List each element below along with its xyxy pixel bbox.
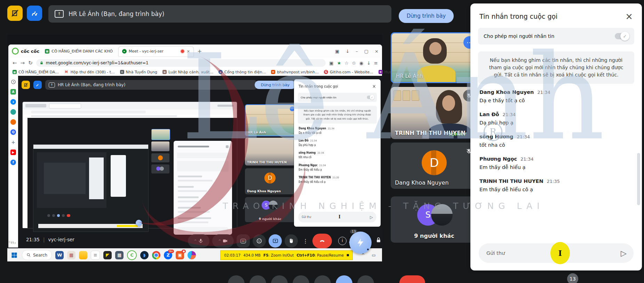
downloads-icon: ↓ — [367, 60, 371, 66]
inner-tile-trinh: TRINH THI THU HUYEN — [245, 138, 295, 165]
screenshot-icon: ▣ — [335, 49, 339, 54]
coccoc-logo-icon — [12, 48, 19, 55]
present-icon: ↑ — [55, 10, 64, 18]
q-app-icon: Q — [10, 129, 16, 135]
presenting-chip: ↑ HR Lê Ánh (Bạn, đang trình bày) — [48, 5, 391, 23]
chat-message: Lan Đỗ21:34Dạ phù hợp ạ — [479, 112, 633, 126]
coccoc-brand: cốc cốc — [12, 48, 39, 55]
ai-icon: A — [10, 89, 16, 95]
deep-fab-icon — [136, 220, 142, 226]
allow-messages-label: Cho phép mọi người nhắn tin — [484, 33, 554, 39]
history-icon — [11, 79, 16, 84]
inner-hangup-button — [312, 234, 332, 248]
bookmark-star-icon: ★ — [337, 60, 341, 66]
stop-presenting-button[interactable]: Dừng trình bày — [399, 9, 454, 23]
notepad-icon: ≡ — [91, 251, 100, 260]
shopping-icon — [10, 119, 16, 125]
toggle-check-icon: ✓ — [620, 32, 629, 41]
recorder-badge: 02:03:17 434.0 MB F5: Zoom In/Out Ctrl+F… — [220, 250, 353, 260]
tile-name: 9 người khác — [391, 233, 478, 239]
browser2-icon: ◗ — [140, 251, 149, 259]
avatar-d: D — [422, 150, 447, 175]
tile-9-others[interactable]: S 9 người khác — [391, 196, 478, 243]
facebook-icon: f — [10, 160, 16, 165]
inner-stop-presenting-button: Dừng trình bày — [255, 81, 296, 89]
download-icon: ↓ — [345, 49, 349, 54]
address-bar-icons: ▣ ★ ☆ ✩ ◉ ↓ ≡ — [329, 60, 378, 66]
reload-icon: ↻ — [28, 60, 33, 66]
tile-name: TRINH THI THU HUYEN — [395, 130, 466, 136]
capture-fab — [349, 232, 372, 254]
inner-presenting-chip: ↑ HR Lê Ánh (Bạn, đang trình bày) — [45, 80, 257, 90]
text-cursor-icon: I — [558, 249, 562, 258]
new-tab-icon: + — [197, 48, 202, 55]
inner-clock: 21:35|vyc-ierj-ser — [26, 237, 74, 242]
chat-close-icon[interactable]: × — [625, 12, 633, 21]
inner-more-options-icon: ⋮ — [301, 234, 310, 248]
inner-meet-ui: ↑ HR Lê Ánh (Bạn, đang trình bày) Dừng t… — [18, 76, 382, 248]
tab-meet-active: ▸ Meet - vyc-ierj-ser × — [118, 46, 194, 56]
tile-dang-khoa-nguyen[interactable]: D Dang Khoa Nguyen — [391, 143, 478, 189]
inner-emoji-button — [253, 234, 266, 248]
capture-tool-icon[interactable] — [7, 6, 23, 21]
calculator-icon: ▦ — [115, 251, 124, 259]
chat-message: Dang Khoa Nguyen21:34Dạ e thấy tốt ạ cô — [479, 89, 633, 103]
profile-icon: ◉ — [359, 60, 363, 66]
sheets-icon: ▦ — [45, 49, 49, 54]
meet-app: ↑ HR Lê Ánh (Bạn, đang trình bày) Dừng t… — [0, 0, 644, 283]
url-field: meet.google.com/vyc-ierj-ser?pli=1&authu… — [36, 59, 326, 67]
chat-scrollbar[interactable] — [637, 153, 640, 205]
allow-messages-toggle[interactable]: ✓ — [615, 33, 629, 39]
coccoc-brand-label: cốc cốc — [21, 49, 39, 54]
inner-cam-button: ^ — [212, 234, 234, 248]
tile-hr-le-anh[interactable]: ⋯ HR Lê Ánh — [391, 32, 480, 83]
outer-mic-button[interactable] — [228, 275, 245, 283]
inner-present-icon: ↑ — [49, 82, 55, 88]
nested-screenshot-window — [22, 102, 237, 228]
profile-app-icon — [188, 251, 196, 259]
inner-host-lock-icon — [375, 237, 382, 245]
leaf-icon — [10, 109, 16, 115]
click-highlight: I — [550, 242, 570, 264]
outer-cc-button[interactable] — [271, 275, 288, 283]
lock-icon — [40, 61, 43, 65]
inner-tile-dang-khoa: D Dang Khoa Nguyen — [245, 168, 295, 194]
shield-icon: ☆ — [344, 60, 349, 66]
extension-icon: ✩ — [352, 60, 356, 66]
inner-tile-others: S 9 người khác — [245, 197, 295, 222]
tile-name: HR Lê Ánh — [396, 73, 423, 79]
inner-tile-hr-le-anh: ⋯ HR Lê Ánh — [245, 104, 297, 136]
chat-input-bar: I ▷ — [479, 243, 634, 263]
send-icon[interactable]: ▷ — [621, 249, 627, 258]
url-text: meet.google.com/vyc-ierj-ser?pli=1&authu… — [46, 60, 149, 65]
back-icon: ← — [13, 60, 17, 66]
office-app-icon: ▣● — [176, 251, 184, 259]
chat-panel: Tin nhắn trong cuộc gọi × Cho phép mọi n… — [470, 3, 642, 270]
maximize-icon: ▢ — [364, 49, 368, 54]
lightning-icon — [356, 238, 365, 248]
scribble-app-icon[interactable] — [27, 6, 42, 21]
outer-cam-button[interactable] — [249, 275, 266, 283]
meet-camera-icon: ▸ — [122, 49, 127, 54]
window-controls: ▣ ↓ – ▢ × — [335, 49, 379, 54]
tile-trinh-thi-thu-huyen[interactable]: TOMMY TRINH THI THU HUYEN — [391, 87, 478, 139]
allow-messages-row: Cho phép mọi người nhắn tin ✓ — [478, 28, 634, 45]
share-sidebar-more-icon: … — [8, 237, 14, 244]
forward-icon: → — [21, 60, 25, 66]
chat-message: sông Hương21:34tốt nha cô — [479, 134, 633, 148]
recording-dot-icon — [180, 49, 185, 54]
inner-cc-button: cc — [237, 234, 250, 248]
media-icon: ▣ — [329, 60, 333, 66]
chrome-icon — [152, 251, 160, 259]
tab-close-icon: × — [187, 49, 190, 54]
chat-message: TRINH THI THU HUYEN21:35Em thấy dễ hiểu … — [479, 178, 633, 192]
search-icon — [26, 253, 31, 257]
chat-message: Phương Ngọc21:34Em thấy dễ hiểu ạ — [479, 156, 633, 170]
remote-app-icon: ▦ — [67, 251, 75, 259]
participants-count-badge: 13 — [567, 273, 578, 283]
shared-taskbar: Search W ▦ ≡ ◤ ▦ C ◗ Z5+ ▣● 02:03:17 434… — [7, 248, 382, 261]
minimize-icon: – — [356, 49, 358, 54]
zalo-icon: Z5+ — [164, 251, 172, 259]
close-icon: × — [375, 49, 379, 54]
sticky-notes-icon: ◤ — [103, 251, 112, 259]
